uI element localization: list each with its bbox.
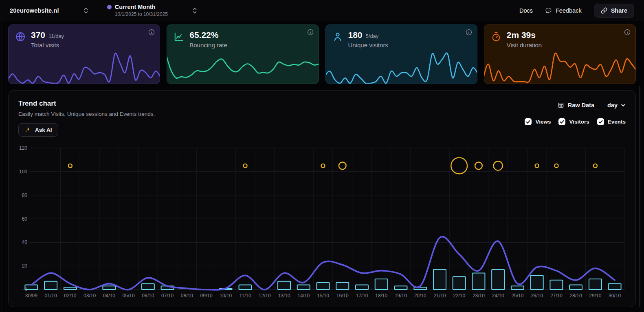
- svg-text:30/10: 30/10: [609, 293, 621, 299]
- views-checkbox[interactable]: Views: [525, 118, 551, 125]
- checkbox-label: Views: [535, 119, 551, 125]
- checkbox-label: Visitors: [569, 119, 589, 125]
- sparkle-icon: [24, 126, 31, 133]
- trend-chart-title: Trend chart: [18, 100, 155, 108]
- page-left-divider: [2, 0, 2, 312]
- svg-text:05/10: 05/10: [123, 293, 135, 299]
- feedback-label: Feedback: [556, 7, 582, 14]
- card-bouncing-rate: 65.22% Bouncing rate: [167, 24, 319, 84]
- svg-text:11/10: 11/10: [239, 293, 251, 299]
- checkbox-checked-icon: [597, 118, 604, 125]
- card-visit-duration: 2m 39s Visit duration: [484, 24, 636, 84]
- sparkline: [8, 49, 160, 84]
- svg-text:08/10: 08/10: [181, 293, 193, 299]
- globe-icon: [15, 31, 26, 49]
- svg-text:120: 120: [19, 145, 27, 151]
- site-name[interactable]: 20eurowebsite.nl: [10, 7, 59, 14]
- svg-text:80: 80: [22, 193, 28, 198]
- svg-text:20: 20: [22, 263, 28, 269]
- svg-text:01/10: 01/10: [45, 293, 57, 299]
- period-selector[interactable]: Current Month 10/1/2025 to 10/31/2025: [107, 4, 168, 17]
- sparkline: [484, 49, 636, 84]
- info-icon[interactable]: [148, 29, 155, 36]
- info-icon[interactable]: [465, 29, 473, 36]
- info-icon[interactable]: [307, 29, 314, 36]
- visitors-checkbox[interactable]: Visitors: [558, 118, 589, 125]
- svg-text:19/10: 19/10: [395, 293, 407, 299]
- stat-value-row: 65.22%: [189, 30, 227, 40]
- raw-data-label: Raw Data: [568, 102, 594, 108]
- period-range: 10/1/2025 to 10/31/2025: [115, 11, 168, 17]
- stat-label: Unique visitors: [348, 42, 388, 49]
- share-label: Share: [611, 7, 627, 14]
- stat-value-row: 370 11/day: [31, 30, 64, 40]
- interval-dropdown[interactable]: day: [607, 102, 626, 108]
- stat-value: 370: [31, 30, 45, 40]
- svg-text:40: 40: [22, 239, 28, 245]
- checkbox-checked-icon: [558, 118, 565, 125]
- svg-text:60: 60: [22, 216, 28, 222]
- chevron-down-icon: [621, 103, 626, 108]
- stat-cards-row: 370 11/day Total visits 65.22% Bouncing …: [8, 24, 636, 84]
- svg-text:24/10: 24/10: [492, 293, 504, 299]
- svg-text:12/10: 12/10: [259, 293, 271, 299]
- svg-text:20/10: 20/10: [414, 293, 426, 299]
- svg-text:100: 100: [19, 169, 27, 175]
- stat-value: 180: [348, 30, 363, 40]
- chart-line-icon: [174, 31, 184, 49]
- svg-text:25/10: 25/10: [511, 293, 523, 299]
- svg-text:21/10: 21/10: [433, 293, 446, 299]
- checkbox-checked-icon: [525, 118, 532, 125]
- raw-data-button[interactable]: Raw Data: [558, 102, 594, 108]
- svg-text:26/10: 26/10: [531, 293, 543, 299]
- card-unique-visitors: 180 5/day Unique visitors: [325, 24, 477, 84]
- stat-per-day: 11/day: [48, 33, 64, 39]
- svg-text:02/10: 02/10: [64, 293, 76, 299]
- stat-label: Bouncing rate: [189, 42, 227, 49]
- svg-text:09/10: 09/10: [200, 293, 213, 299]
- sparkline: [325, 49, 477, 84]
- svg-text:29/10: 29/10: [589, 293, 601, 299]
- ask-ai-button[interactable]: Ask AI: [18, 123, 58, 137]
- svg-text:10/10: 10/10: [220, 293, 232, 299]
- top-nav: 20eurowebsite.nl Current Month 10/1/2025…: [0, 0, 644, 21]
- svg-text:14/10: 14/10: [297, 293, 310, 299]
- svg-text:07/10: 07/10: [161, 293, 174, 299]
- chat-bubble-icon: [545, 7, 552, 14]
- stat-value: 65.22%: [189, 30, 218, 40]
- svg-text:17/10: 17/10: [356, 293, 368, 299]
- svg-text:13/10: 13/10: [278, 293, 290, 299]
- period-dot-icon: [107, 5, 112, 9]
- svg-text:22/10: 22/10: [453, 293, 465, 299]
- svg-text:04/10: 04/10: [103, 293, 115, 299]
- scrollbar-thumb[interactable]: [640, 86, 640, 307]
- ask-ai-label: Ask AI: [35, 127, 52, 133]
- svg-text:03/10: 03/10: [84, 293, 96, 299]
- table-icon: [558, 102, 564, 108]
- svg-text:06/10: 06/10: [142, 293, 154, 299]
- svg-text:23/10: 23/10: [473, 293, 485, 299]
- card-total-visits: 370 11/day Total visits: [8, 24, 160, 84]
- link-icon: [601, 7, 607, 14]
- user-icon: [332, 31, 343, 49]
- events-checkbox[interactable]: Events: [597, 118, 626, 125]
- stat-label: Visit duration: [507, 42, 542, 49]
- trend-chart-panel: Trend chart Easily match Visits, Unique …: [8, 90, 636, 307]
- stat-value-row: 2m 39s: [507, 30, 542, 40]
- docs-link[interactable]: Docs: [519, 7, 533, 14]
- feedback-button[interactable]: Feedback: [545, 7, 582, 14]
- svg-text:16/10: 16/10: [336, 293, 349, 299]
- svg-text:15/10: 15/10: [317, 293, 329, 299]
- period-selector-chevrons-icon[interactable]: [192, 7, 197, 15]
- stat-per-day: 5/day: [366, 33, 379, 39]
- site-selector-chevrons-icon[interactable]: [84, 7, 88, 15]
- svg-text:18/10: 18/10: [375, 293, 387, 299]
- period-label: Current Month: [115, 4, 156, 10]
- svg-text:30/09: 30/09: [25, 293, 37, 299]
- stat-value: 2m 39s: [507, 30, 536, 40]
- trend-chart-subtitle: Easily match Visits, Unique sessions and…: [18, 111, 155, 117]
- stat-label: Total visits: [31, 42, 64, 49]
- share-button[interactable]: Share: [594, 4, 634, 18]
- svg-text:27/10: 27/10: [550, 293, 563, 299]
- info-icon[interactable]: [624, 29, 631, 36]
